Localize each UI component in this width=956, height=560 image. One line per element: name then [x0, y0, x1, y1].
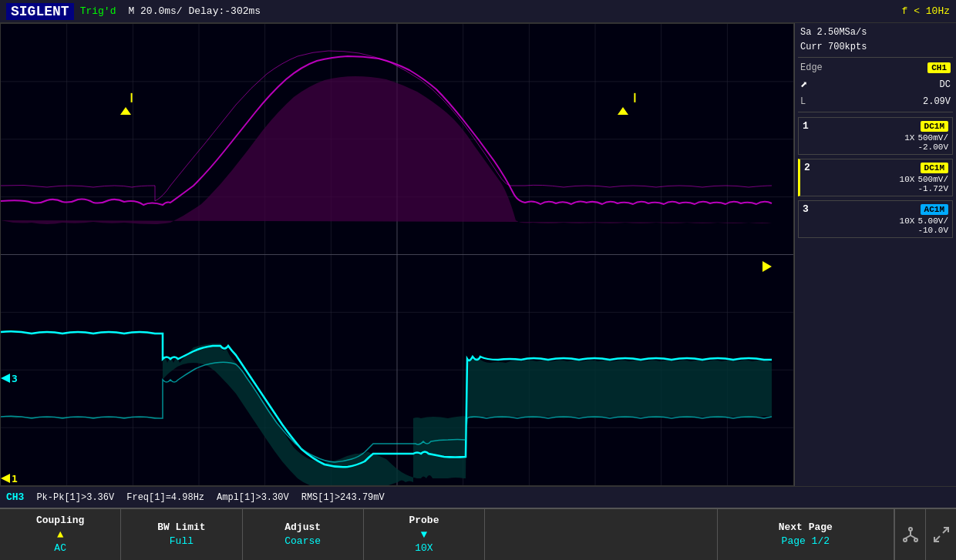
- ch3-volt-div: 5.00V/: [917, 216, 948, 226]
- trigger-slope-row: ⬈ DC: [798, 76, 953, 93]
- ch1-offset: -2.00V: [917, 143, 948, 152]
- level-value: 2.09V: [923, 96, 951, 107]
- adjust-button-top: Adjust: [284, 521, 321, 534]
- next-page-button[interactable]: [485, 509, 718, 560]
- svg-marker-27: [762, 261, 772, 272]
- ch3-number: 3: [803, 203, 816, 215]
- next-page-button-bottom: Page 1/2: [782, 535, 830, 548]
- edge-label: Edge: [800, 62, 823, 73]
- ch1-x-label: 1X: [904, 133, 914, 143]
- ch3-section[interactable]: 3 AC1M 10X 5.00V/ -10.0V: [798, 200, 953, 238]
- brand-logo: SIGLENT: [6, 3, 74, 20]
- bw-limit-button-top: BW Limit: [157, 521, 205, 534]
- svg-rect-0: [1, 24, 793, 485]
- freq-range: f < 10Hz: [902, 5, 950, 17]
- trigger-row: Edge CH1: [798, 62, 953, 74]
- svg-marker-25: [1, 374, 10, 383]
- svg-line-37: [911, 535, 916, 538]
- probe-button-bottom: 10X: [415, 542, 433, 555]
- bw-limit-button[interactable]: BW Limit Full: [121, 509, 242, 560]
- adjust-button[interactable]: Adjust Coarse: [243, 509, 364, 560]
- trigger-level-row: L 2.09V: [798, 96, 953, 108]
- ch3-offset: -10.0V: [917, 226, 948, 235]
- svg-point-32: [909, 528, 912, 531]
- network-icon: [894, 509, 925, 560]
- trigger-ch-badge: CH1: [927, 62, 951, 73]
- svg-marker-24: [618, 107, 628, 115]
- curr-pts-value: Curr 700kpts: [800, 42, 867, 52]
- ch2-coupling-badge: DC1M: [921, 163, 948, 173]
- right-panel: Sa 2.50MSa/s Curr 700kpts Edge CH1 ⬈ DC …: [794, 23, 956, 486]
- freq-value: Freq[1]=4.98Hz: [126, 492, 204, 503]
- svg-line-38: [943, 528, 948, 533]
- level-label: L: [800, 96, 806, 107]
- delay-value: Delay:-302ms: [188, 5, 261, 17]
- ch2-x-label: 10X: [900, 175, 915, 184]
- ampl-value: Ampl[1]>3.30V: [217, 492, 289, 503]
- svg-text:1: 1: [12, 473, 18, 485]
- slope-symbol: ⬈: [800, 77, 808, 92]
- svg-text:3: 3: [12, 373, 18, 384]
- curr-pts-row: Curr 700kpts: [798, 41, 953, 53]
- status-channel: CH3: [6, 491, 24, 503]
- next-page-button-main[interactable]: Next Page Page 1/2: [718, 509, 894, 560]
- svg-point-34: [914, 538, 917, 542]
- ch2-section[interactable]: 2 DC1M 10X 500mV/ -1.72V: [798, 159, 953, 196]
- time-div: M 20.0ms/: [128, 5, 182, 17]
- time-info: M 20.0ms/ Delay:-302ms: [128, 5, 901, 17]
- svg-line-39: [934, 536, 940, 542]
- probe-button-top: Probe: [409, 515, 439, 527]
- svg-line-36: [905, 535, 911, 538]
- probe-button[interactable]: Probe ▼ 10X: [364, 509, 485, 560]
- svg-point-33: [904, 538, 907, 542]
- ch1-volt-div: 500mV/: [917, 133, 948, 143]
- coupling-button-bottom: AC: [54, 542, 66, 555]
- adjust-button-bottom: Coarse: [284, 535, 321, 548]
- rms-value: RMS[1]>243.79mV: [301, 492, 385, 503]
- pk-pk-value: Pk-Pk[1]>3.36V: [36, 492, 114, 503]
- ch1-number: 1: [803, 120, 816, 132]
- ch1-section[interactable]: 1 DC1M 1X 500mV/ -2.00V: [798, 117, 953, 155]
- coupling-button-top: Coupling: [36, 515, 84, 527]
- bw-limit-button-bottom: Full: [170, 535, 194, 548]
- ch1-coupling-badge: DC1M: [921, 121, 948, 132]
- scope-display: 3 1 2: [0, 23, 794, 486]
- fullscreen-icon[interactable]: [925, 509, 956, 560]
- button-bar: Coupling ▲ AC BW Limit Full Adjust Coars…: [0, 508, 956, 560]
- coupling-button[interactable]: Coupling ▲ AC: [0, 509, 121, 560]
- top-bar: SIGLENT Trig'd M 20.0ms/ Delay:-302ms f …: [0, 0, 956, 23]
- next-page-button-top: Next Page: [779, 521, 833, 534]
- trigger-status: Trig'd: [80, 5, 116, 17]
- status-bar: CH3 Pk-Pk[1]>3.36V Freq[1]=4.98Hz Ampl[1…: [0, 486, 956, 508]
- svg-marker-22: [120, 107, 131, 115]
- main-area: 3 1 2 Sa 2.50MSa/s Curr 700kpts Edge CH1…: [0, 23, 956, 486]
- trigger-coupling: DC: [940, 79, 951, 90]
- ch2-number: 2: [804, 162, 818, 173]
- sample-rate-value: Sa 2.50MSa/s: [800, 27, 867, 38]
- ch2-volt-div: 500mV/: [917, 175, 948, 184]
- ch2-offset: -1.72V: [917, 184, 948, 193]
- coupling-up-arrow: ▲: [57, 528, 63, 541]
- ch3-x-label: 10X: [900, 216, 915, 226]
- ch3-coupling-badge: AC1M: [921, 204, 948, 215]
- probe-down-arrow: ▼: [421, 528, 427, 541]
- svg-marker-28: [1, 474, 10, 483]
- sample-rate-row: Sa 2.50MSa/s: [798, 26, 953, 39]
- grid-overlay: 3 1 2: [1, 24, 793, 485]
